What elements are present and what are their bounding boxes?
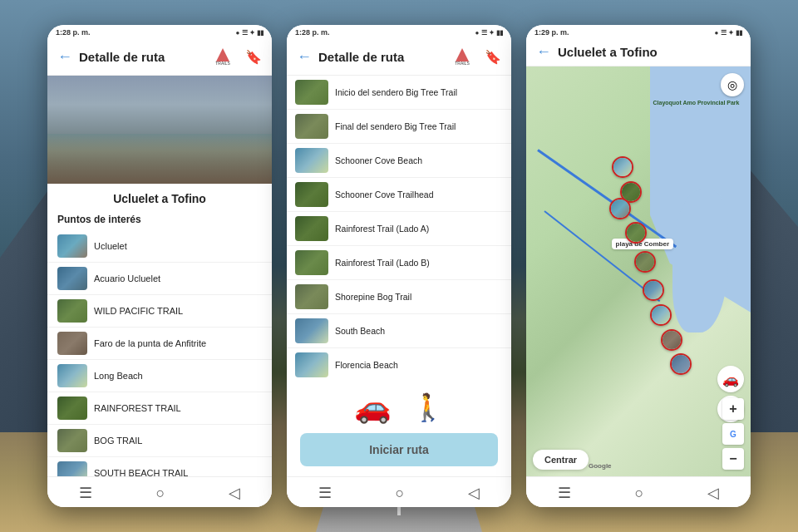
poi-item[interactable]: Long Beach <box>47 360 272 392</box>
map-zoom-controls: + G − <box>722 398 744 470</box>
zoom-in-button[interactable]: + <box>722 398 744 420</box>
phone2-thumbnail <box>295 352 328 377</box>
phone2-list-item[interactable]: South Beach <box>287 314 511 348</box>
hero-rocks <box>47 134 272 184</box>
phone-1: 1:28 p. m. ● ☰ ✦ ▮▮ ← Detalle de ruta TR… <box>47 25 272 507</box>
svg-marker-0 <box>216 48 229 62</box>
map-car-button[interactable]: 🚗 <box>717 366 744 392</box>
phone2-item-name: Florencia Beach <box>335 360 398 370</box>
phone2-thumbnail <box>295 318 328 343</box>
phone2-item-name: Rainforest Trail (Lado B) <box>335 258 430 268</box>
car-transport-icon[interactable]: 🚗 <box>354 390 392 425</box>
phone-2: 1:28 p. m. ● ☰ ✦ ▮▮ ← Detalle de ruta TR… <box>287 25 511 507</box>
status-icons-1: ● ☰ ✦ ▮▮ <box>236 29 264 37</box>
route-title: Ucluelet a Tofino <box>47 184 272 210</box>
map-pin-8[interactable] <box>661 329 682 351</box>
nav-title-3: Ucluelet a Tofino <box>558 45 741 59</box>
poi-thumbnail <box>57 267 87 290</box>
poi-name: Ucluelet <box>94 241 127 251</box>
status-time-1: 1:28 p. m. <box>56 28 91 37</box>
back-button-3[interactable]: ← <box>536 43 551 61</box>
poi-name: SOUTH BEACH TRAIL <box>94 468 189 476</box>
phone2-thumbnail <box>295 182 328 207</box>
back-button-1[interactable]: ← <box>57 48 72 66</box>
back-button-2[interactable]: ← <box>297 48 312 66</box>
poi-list[interactable]: Ucluelet Acuario Ucluelet WILD PACIFIC T… <box>47 230 272 476</box>
logo-icon-1: TRAILS <box>211 47 234 66</box>
phone2-list-item[interactable]: Shorepine Bog Trail <box>287 280 511 314</box>
back-icon-2[interactable]: ◁ <box>468 484 480 502</box>
home-icon-2[interactable]: ○ <box>396 485 405 502</box>
logo-icon-2: TRAILS <box>451 47 474 66</box>
zoom-out-button[interactable]: − <box>722 448 744 470</box>
status-time-2: 1:28 p. m. <box>295 28 330 37</box>
phone2-list[interactable]: Inicio del sendero Big Tree Trail Final … <box>287 76 511 378</box>
map-pin-9[interactable] <box>670 353 692 375</box>
home-icon-1[interactable]: ○ <box>156 485 165 502</box>
bottom-nav-3: ☰ ○ ◁ <box>526 476 751 507</box>
phone2-list-item[interactable]: Inicio del sendero Big Tree Trail <box>287 76 511 110</box>
phone2-thumbnail <box>295 114 328 139</box>
poi-name: WILD PACIFIC TRAIL <box>94 306 183 316</box>
status-bar-2: 1:28 p. m. ● ☰ ✦ ▮▮ <box>287 25 511 38</box>
menu-icon-1[interactable]: ☰ <box>79 484 92 502</box>
poi-item[interactable]: Faro de la punta de Anfitrite <box>47 328 272 360</box>
phone2-list-item[interactable]: Rainforest Trail (Lado B) <box>287 246 511 280</box>
phone2-thumbnail <box>295 284 328 309</box>
phone2-item-name: Shorepine Bog Trail <box>335 292 411 302</box>
app-logo-2: TRAILS <box>446 43 478 70</box>
phone2-list-item[interactable]: Final del sendero Big Tree Trail <box>287 110 511 144</box>
section-title: Puntos de interés <box>47 210 272 230</box>
bookmark-icon-2[interactable]: 🔖 <box>485 49 501 65</box>
status-bar-3: 1:29 p. m. ● ☰ ✦ ▮▮ <box>526 25 751 38</box>
poi-item[interactable]: WILD PACIFIC TRAIL <box>47 295 272 328</box>
map-water-secondary <box>672 190 729 333</box>
phone2-list-item[interactable]: Schooner Cove Beach <box>287 144 511 178</box>
map-pin-7[interactable] <box>650 304 672 326</box>
poi-name: BOG TRAIL <box>94 436 142 446</box>
poi-item[interactable]: BOG TRAIL <box>47 425 272 457</box>
svg-text:TRAILS: TRAILS <box>215 61 230 66</box>
phone2-list-item[interactable]: Schooner Cove Trailhead <box>287 178 511 212</box>
phone2-list-item[interactable]: Rainforest Trail (Lado A) <box>287 212 511 246</box>
nav-bar-3: ← Ucluelet a Tofino <box>526 38 751 66</box>
poi-thumbnail <box>57 429 87 452</box>
poi-item[interactable]: RAINFOREST TRAIL <box>47 392 272 425</box>
back-icon-1[interactable]: ◁ <box>229 484 240 502</box>
map-pin-5[interactable] <box>634 251 656 273</box>
start-route-button[interactable]: Iniciar ruta <box>300 433 498 466</box>
bookmark-icon-1[interactable]: 🔖 <box>245 49 262 65</box>
back-icon-3[interactable]: ◁ <box>707 484 719 502</box>
map-pin-1[interactable] <box>612 156 633 178</box>
poi-thumbnail <box>57 332 87 355</box>
poi-name: Long Beach <box>94 371 143 381</box>
phone2-list-item[interactable]: Florencia Beach <box>287 348 511 378</box>
poi-thumbnail <box>57 299 87 323</box>
poi-item[interactable]: SOUTH BEACH TRAIL <box>47 457 272 476</box>
center-button[interactable]: Centrar <box>533 450 589 470</box>
menu-icon-2[interactable]: ☰ <box>318 484 332 502</box>
svg-marker-2 <box>456 48 469 62</box>
map-pin-3[interactable] <box>609 198 631 219</box>
compass-button[interactable]: ◎ <box>721 73 744 96</box>
nav-bar-2: ← Detalle de ruta TRAILS 🔖 <box>287 38 511 76</box>
phone2-item-name: South Beach <box>335 326 385 336</box>
google-logo: Google <box>589 462 612 470</box>
status-icons-3: ● ☰ ✦ ▮▮ <box>715 29 743 37</box>
phone2-thumbnail <box>295 80 328 105</box>
poi-item[interactable]: Acuario Ucluelet <box>47 263 272 295</box>
status-time-3: 1:29 p. m. <box>534 28 569 37</box>
map-container[interactable]: Clayoquot Amo Provincial Park playa de C… <box>526 66 751 476</box>
nav-title-2: Detalle de ruta <box>318 50 446 64</box>
poi-thumbnail <box>57 364 87 387</box>
poi-name: Faro de la punta de Anfitrite <box>94 338 206 348</box>
phone2-item-name: Schooner Cove Trailhead <box>335 190 434 200</box>
map-pin-4[interactable] <box>625 222 647 244</box>
svg-text:TRAILS: TRAILS <box>455 61 470 66</box>
poi-item[interactable]: Ucluelet <box>47 230 272 263</box>
home-icon-3[interactable]: ○ <box>635 485 644 502</box>
phone2-thumbnail <box>295 148 328 173</box>
walk-transport-icon[interactable]: 🚶 <box>411 392 445 423</box>
menu-icon-3[interactable]: ☰ <box>558 484 571 502</box>
google-maps-icon[interactable]: G <box>722 423 744 445</box>
